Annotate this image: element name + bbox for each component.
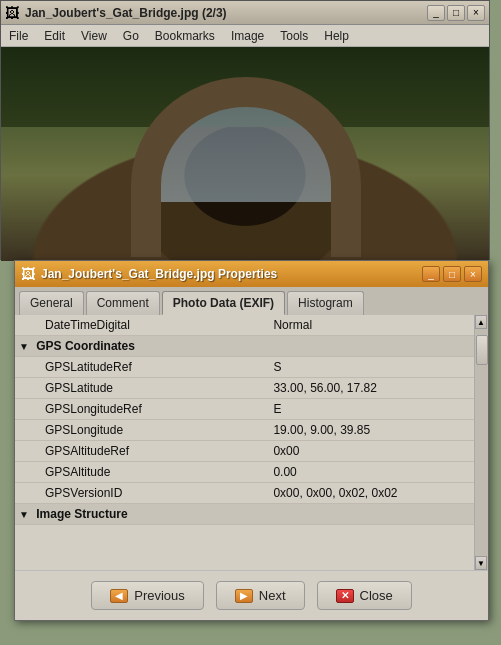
exif-key: GPSLongitude: [15, 420, 267, 441]
next-arrow-icon: ▶: [235, 589, 253, 603]
exif-value: S: [267, 357, 474, 378]
properties-dialog: 🖼 Jan_Joubert's_Gat_Bridge.jpg Propertie…: [14, 260, 489, 621]
main-titlebar-buttons: _ □ ×: [427, 5, 485, 21]
table-row: GPSLongitude 19.00, 9.00, 39.85: [15, 420, 474, 441]
main-maximize-button[interactable]: □: [447, 5, 465, 21]
main-window-title: Jan_Joubert's_Gat_Bridge.jpg (2/3): [25, 6, 227, 20]
close-button[interactable]: ✕ Close: [317, 581, 412, 610]
props-maximize-button[interactable]: □: [443, 266, 461, 282]
exif-value: Normal: [267, 315, 474, 336]
tabs-row: General Comment Photo Data (EXIF) Histog…: [15, 287, 488, 315]
menu-file[interactable]: File: [5, 27, 32, 45]
exif-value: E: [267, 399, 474, 420]
table-row: GPSLongitudeRef E: [15, 399, 474, 420]
exif-table: DateTimeDigital Normal ▼ GPS Coordinates…: [15, 315, 474, 525]
gps-section-label: GPS Coordinates: [36, 339, 135, 353]
scrollbar-thumb[interactable]: [476, 335, 488, 365]
table-row: GPSAltitude 0.00: [15, 462, 474, 483]
menu-edit[interactable]: Edit: [40, 27, 69, 45]
table-row: GPSLatitudeRef S: [15, 357, 474, 378]
exif-key: GPSLatitudeRef: [15, 357, 267, 378]
menu-help[interactable]: Help: [320, 27, 353, 45]
previous-button[interactable]: ◀ Previous: [91, 581, 204, 610]
table-row: GPSAltitudeRef 0x00: [15, 441, 474, 462]
exif-value: 33.00, 56.00, 17.82: [267, 378, 474, 399]
exif-key: GPSVersionID: [15, 483, 267, 504]
exif-key: GPSLongitudeRef: [15, 399, 267, 420]
image-display: [1, 47, 489, 261]
menu-bookmarks[interactable]: Bookmarks: [151, 27, 219, 45]
scroll-down-button[interactable]: ▼: [475, 556, 487, 570]
props-dialog-title: Jan_Joubert's_Gat_Bridge.jpg Properties: [41, 267, 277, 281]
main-menubar: File Edit View Go Bookmarks Image Tools …: [1, 25, 489, 47]
close-x-icon: ✕: [336, 589, 354, 603]
previous-arrow-icon: ◀: [110, 589, 128, 603]
menu-tools[interactable]: Tools: [276, 27, 312, 45]
tab-comment[interactable]: Comment: [86, 291, 160, 315]
table-row: GPSVersionID 0x00, 0x00, 0x02, 0x02: [15, 483, 474, 504]
table-row: DateTimeDigital Normal: [15, 315, 474, 336]
buttons-row: ◀ Previous ▶ Next ✕ Close: [15, 570, 488, 620]
scrollbar-track[interactable]: ▲ ▼: [474, 315, 488, 570]
main-close-button[interactable]: ×: [467, 5, 485, 21]
exif-content-area: DateTimeDigital Normal ▼ GPS Coordinates…: [15, 315, 488, 570]
collapse-triangle-icon[interactable]: ▼: [19, 341, 29, 352]
table-row: GPSLatitude 33.00, 56.00, 17.82: [15, 378, 474, 399]
scroll-up-button[interactable]: ▲: [475, 315, 487, 329]
menu-image[interactable]: Image: [227, 27, 268, 45]
collapse-triangle-image-icon[interactable]: ▼: [19, 509, 29, 520]
menu-go[interactable]: Go: [119, 27, 143, 45]
exif-value: 0.00: [267, 462, 474, 483]
exif-value: 19.00, 9.00, 39.85: [267, 420, 474, 441]
section-header-image: ▼ Image Structure: [15, 504, 474, 525]
exif-value: 0x00: [267, 441, 474, 462]
next-label: Next: [259, 588, 286, 603]
main-titlebar: 🖼 Jan_Joubert's_Gat_Bridge.jpg (2/3) _ □…: [1, 1, 489, 25]
exif-value: 0x00, 0x00, 0x02, 0x02: [267, 483, 474, 504]
exif-key: GPSAltitudeRef: [15, 441, 267, 462]
exif-key: GPSLatitude: [15, 378, 267, 399]
tab-histogram[interactable]: Histogram: [287, 291, 364, 315]
section-header-gps: ▼ GPS Coordinates: [15, 336, 474, 357]
main-window: 🖼 Jan_Joubert's_Gat_Bridge.jpg (2/3) _ □…: [0, 0, 490, 260]
tab-exif[interactable]: Photo Data (EXIF): [162, 291, 285, 315]
close-label: Close: [360, 588, 393, 603]
previous-label: Previous: [134, 588, 185, 603]
props-titlebar-buttons: _ □ ×: [422, 266, 482, 282]
exif-key: DateTimeDigital: [15, 315, 267, 336]
tab-general[interactable]: General: [19, 291, 84, 315]
props-titlebar: 🖼 Jan_Joubert's_Gat_Bridge.jpg Propertie…: [15, 261, 488, 287]
main-minimize-button[interactable]: _: [427, 5, 445, 21]
menu-view[interactable]: View: [77, 27, 111, 45]
exif-key: GPSAltitude: [15, 462, 267, 483]
image-section-label: Image Structure: [36, 507, 127, 521]
props-close-button[interactable]: ×: [464, 266, 482, 282]
next-button[interactable]: ▶ Next: [216, 581, 305, 610]
exif-scroll-area[interactable]: DateTimeDigital Normal ▼ GPS Coordinates…: [15, 315, 488, 570]
props-minimize-button[interactable]: _: [422, 266, 440, 282]
